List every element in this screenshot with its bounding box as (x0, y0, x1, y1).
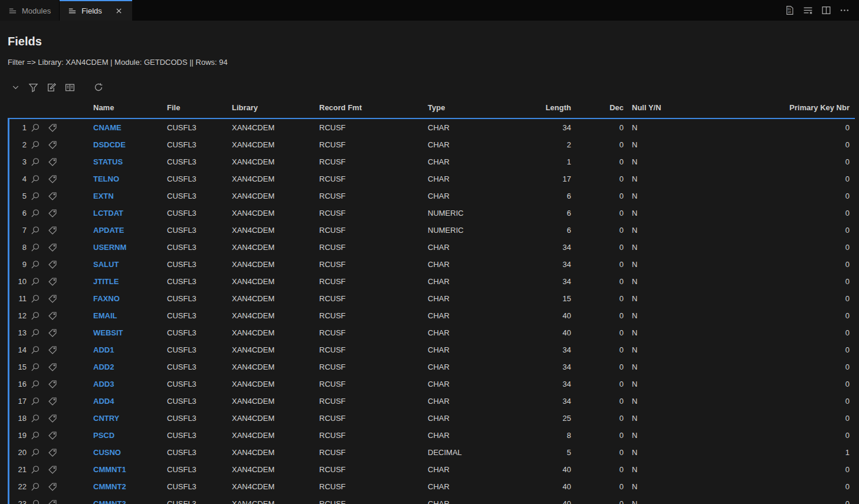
column-header-null-yn[interactable]: Null Y/N (624, 103, 665, 112)
tag-icon[interactable] (44, 465, 61, 475)
clear-all-icon[interactable] (803, 5, 813, 15)
field-name-link[interactable]: ADD2 (61, 363, 167, 371)
search-icon[interactable] (27, 209, 44, 218)
field-name-link[interactable]: CNAME (61, 123, 167, 132)
tag-icon[interactable] (44, 328, 61, 338)
search-icon[interactable] (27, 397, 44, 406)
column-header-name[interactable]: Name (61, 103, 167, 112)
search-icon[interactable] (27, 294, 44, 304)
search-icon[interactable] (27, 448, 44, 457)
search-icon[interactable] (27, 414, 44, 423)
filter-icon[interactable] (28, 83, 38, 93)
column-header-dec[interactable]: Dec (571, 103, 624, 112)
field-name-link[interactable]: TELNO (61, 174, 167, 183)
tag-icon[interactable] (44, 414, 61, 423)
field-name-link[interactable]: USERNM (61, 243, 167, 252)
row-number: 17 (0, 397, 27, 406)
tag-icon[interactable] (44, 157, 61, 167)
search-icon[interactable] (27, 482, 44, 492)
library-cell: XAN4CDEM (232, 499, 319, 504)
search-icon[interactable] (27, 260, 44, 269)
tag-icon[interactable] (44, 482, 61, 492)
edit-icon[interactable] (47, 83, 57, 93)
tag-icon[interactable] (44, 123, 61, 133)
field-name-link[interactable]: CMMNT1 (61, 465, 167, 474)
column-header-file[interactable]: File (167, 103, 232, 112)
tag-icon[interactable] (44, 311, 61, 321)
tag-icon[interactable] (44, 277, 61, 286)
dec-cell: 0 (571, 397, 624, 406)
tag-icon[interactable] (44, 243, 61, 252)
search-icon[interactable] (27, 431, 44, 440)
book-icon[interactable] (65, 83, 75, 93)
search-icon[interactable] (27, 465, 44, 475)
file-cell: CUSFL3 (167, 157, 232, 166)
table-toolbar (11, 82, 859, 93)
search-icon[interactable] (27, 123, 44, 133)
search-icon[interactable] (27, 311, 44, 321)
search-icon[interactable] (27, 140, 44, 150)
file-cell: CUSFL3 (167, 311, 232, 320)
search-icon[interactable] (27, 277, 44, 286)
length-cell: 34 (534, 345, 571, 354)
tab-modules[interactable]: Modules (0, 0, 60, 21)
length-cell: 34 (534, 277, 571, 286)
tag-icon[interactable] (44, 140, 61, 150)
tag-icon[interactable] (44, 380, 61, 389)
tag-icon[interactable] (44, 397, 61, 406)
search-icon[interactable] (27, 380, 44, 389)
column-header-record-fmt[interactable]: Record Fmt (319, 103, 428, 112)
field-name-link[interactable]: LCTDAT (61, 209, 167, 218)
column-header-length[interactable]: Length (534, 103, 571, 112)
column-header-type[interactable]: Type (428, 103, 534, 112)
field-name-link[interactable]: CMMNT2 (61, 482, 167, 491)
field-name-link[interactable]: ADD3 (61, 380, 167, 388)
field-name-link[interactable]: ADD1 (61, 345, 167, 354)
field-name-link[interactable]: FAXNO (61, 294, 167, 303)
search-icon[interactable] (27, 363, 44, 372)
length-cell: 40 (534, 482, 571, 491)
search-icon[interactable] (27, 328, 44, 338)
search-icon[interactable] (27, 226, 44, 235)
tag-icon[interactable] (44, 294, 61, 304)
search-icon[interactable] (27, 345, 44, 355)
tag-icon[interactable] (44, 448, 61, 457)
tag-icon[interactable] (44, 499, 61, 504)
field-name-link[interactable]: PSCD (61, 431, 167, 440)
field-name-link[interactable]: EXTN (61, 192, 167, 200)
field-name-link[interactable]: STATUS (61, 157, 167, 166)
search-icon[interactable] (27, 499, 44, 504)
refresh-icon[interactable] (94, 83, 103, 92)
field-name-link[interactable]: DSDCDE (61, 140, 167, 149)
more-actions-icon[interactable] (840, 5, 850, 15)
tag-icon[interactable] (44, 363, 61, 372)
search-icon[interactable] (27, 192, 44, 201)
field-name-link[interactable]: ADD4 (61, 397, 167, 406)
tag-icon[interactable] (44, 345, 61, 355)
tag-icon[interactable] (44, 431, 61, 440)
tab-fields[interactable]: Fields (60, 0, 132, 21)
tag-icon[interactable] (44, 260, 61, 269)
field-name-link[interactable]: CUSNO (61, 448, 167, 457)
tag-icon[interactable] (44, 192, 61, 201)
tag-icon[interactable] (44, 209, 61, 218)
column-header-library[interactable]: Library (232, 103, 319, 112)
chevron-down-icon[interactable] (11, 83, 20, 92)
field-name-link[interactable]: CNTRY (61, 414, 167, 423)
type-cell: CHAR (428, 431, 534, 440)
field-name-link[interactable]: CMMNT3 (61, 499, 167, 504)
split-editor-icon[interactable] (821, 5, 831, 15)
field-name-link[interactable]: WEBSIT (61, 328, 167, 337)
tag-icon[interactable] (44, 174, 61, 184)
search-icon[interactable] (27, 174, 44, 184)
search-icon[interactable] (27, 243, 44, 252)
tag-icon[interactable] (44, 226, 61, 235)
column-header-primary-key-nbr[interactable]: Primary Key Nbr (665, 103, 850, 112)
binary-file-icon[interactable]: 01 10 (785, 5, 795, 15)
search-icon[interactable] (27, 157, 44, 167)
field-name-link[interactable]: EMAIL (61, 311, 167, 320)
close-icon[interactable] (114, 6, 124, 16)
field-name-link[interactable]: JTITLE (61, 277, 167, 286)
field-name-link[interactable]: APDATE (61, 226, 167, 235)
field-name-link[interactable]: SALUT (61, 260, 167, 269)
